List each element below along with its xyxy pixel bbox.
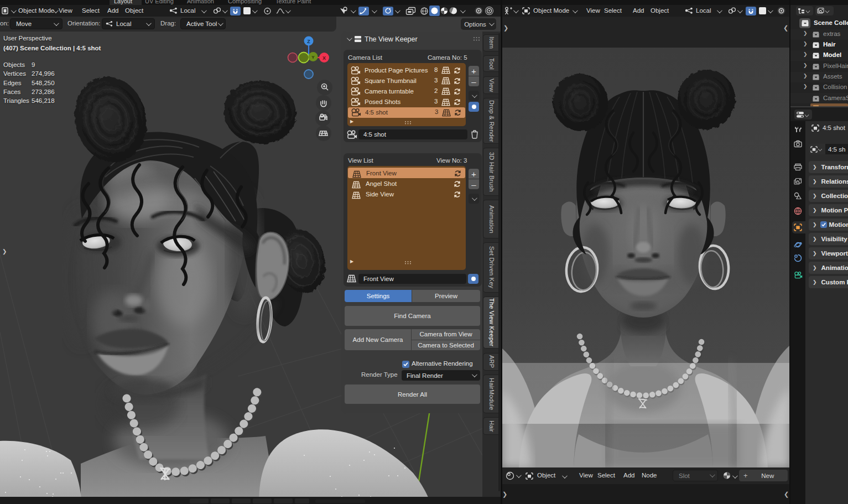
svg-text:X: X: [322, 55, 326, 61]
svg-text:Y: Y: [311, 55, 315, 60]
svg-text:Z: Z: [307, 39, 310, 44]
